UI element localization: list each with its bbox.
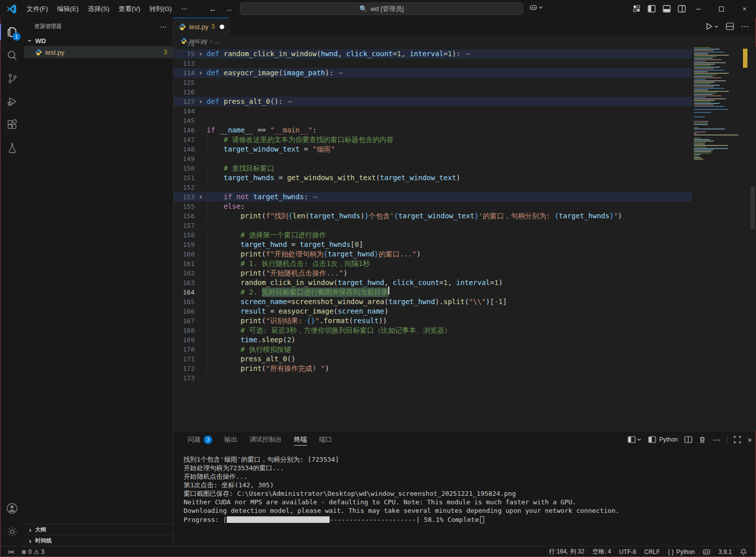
scrollbar-thumb[interactable]	[750, 186, 755, 229]
copilot-menu[interactable]	[529, 4, 543, 12]
menu-item-0[interactable]: 文件(F)	[22, 3, 53, 16]
settings-gear-icon[interactable]	[0, 520, 24, 543]
code-lines[interactable]: 7475›def random_click_in_window(hwnd, cl…	[174, 39, 692, 431]
close-button[interactable]: ×	[733, 0, 756, 18]
editor-scrollbar[interactable]	[749, 47, 756, 431]
minimize-button[interactable]: ─	[687, 0, 710, 18]
code-line[interactable]: 173	[174, 373, 692, 383]
back-arrow-icon[interactable]: ←	[205, 4, 221, 15]
maximize-panel-icon[interactable]	[734, 436, 741, 443]
code-line[interactable]: 113	[174, 59, 692, 68]
testing-icon[interactable]	[0, 136, 24, 159]
code-line[interactable]: 145	[174, 116, 692, 125]
run-python-button[interactable]	[705, 22, 719, 31]
command-center-search[interactable]: 🔍 wd [管理员]	[240, 3, 523, 15]
notifications-bell-icon[interactable]	[736, 548, 751, 555]
split-editor-icon[interactable]	[726, 23, 734, 30]
code-line[interactable]: 126	[174, 87, 692, 97]
code-line[interactable]: 148target_window_text = "烟雨"	[174, 145, 692, 154]
toggle-sidebar-icon[interactable]	[648, 5, 656, 13]
new-terminal-dropdown[interactable]	[628, 436, 642, 443]
editor[interactable]: 7475›def random_click_in_window(hwnd, cl…	[174, 47, 756, 431]
run-debug-icon[interactable]	[0, 90, 24, 113]
code-line[interactable]: 159target_hwnd = target_hwnds[0]	[174, 240, 692, 249]
panel-tab-3[interactable]: 终端	[289, 431, 312, 448]
code-line[interactable]: 169time.sleep(2)	[174, 335, 692, 345]
panel-tab-0[interactable]: 问题3	[183, 431, 217, 448]
remote-indicator-icon[interactable]: ><	[5, 548, 16, 555]
panel-more-actions-icon[interactable]: ⋯	[712, 435, 720, 445]
code-line[interactable]: 170# 执行模拟按键	[174, 345, 692, 354]
menu-item-5[interactable]: ⋯	[176, 3, 192, 15]
split-terminal-icon[interactable]	[684, 436, 692, 443]
code-line[interactable]: 150# 查找目标窗口	[174, 164, 692, 173]
modified-dot-icon[interactable]	[220, 25, 224, 29]
code-line[interactable]: 144	[174, 106, 692, 116]
tab-test-py[interactable]: test.py 3	[174, 18, 230, 35]
toggle-secondary-sidebar-icon[interactable]	[678, 5, 686, 13]
fold-chevron-icon[interactable]: ›	[195, 68, 207, 78]
fold-chevron-icon[interactable]: ›	[195, 192, 207, 202]
code-line[interactable]: 155else:	[174, 202, 692, 211]
problems-status[interactable]: ⊗ 0 ⚠ 3	[18, 548, 47, 555]
code-line[interactable]: 166result = easyocr_image(screen_name)	[174, 307, 692, 316]
terminal-tab-python[interactable]: Python	[648, 436, 678, 443]
maximize-button[interactable]	[710, 0, 733, 18]
explorer-more-icon[interactable]: ⋯	[160, 23, 167, 31]
fold-chevron-icon[interactable]: ›	[195, 49, 207, 59]
close-panel-icon[interactable]: ×	[747, 436, 752, 444]
editor-more-actions-icon[interactable]: ⋯	[741, 22, 749, 31]
source-control-icon[interactable]	[0, 67, 24, 90]
code-line[interactable]: 75›def random_click_in_window(hwnd, clic…	[174, 49, 692, 59]
kill-terminal-icon[interactable]	[699, 436, 706, 444]
menu-item-1[interactable]: 编辑(E)	[53, 3, 83, 16]
extensions-icon[interactable]	[0, 113, 24, 136]
forward-arrow-icon[interactable]: →	[221, 4, 237, 15]
python-version[interactable]: 3.9.1	[714, 548, 736, 555]
eol-sequence[interactable]: CRLF	[640, 548, 664, 555]
customize-layout-icon[interactable]	[633, 5, 641, 13]
code-line[interactable]: 125	[174, 78, 692, 87]
code-line[interactable]: 146if __name__ == "__main__":	[174, 125, 692, 135]
code-line[interactable]: 162print("开始随机点击操作...")	[174, 268, 692, 278]
code-line[interactable]: 164# 2. 先对目标窗口进行截图并保存到当前目录	[174, 288, 692, 297]
code-line[interactable]: 153›if not target_hwnds: ⋯	[174, 192, 692, 202]
panel-tab-2[interactable]: 调试控制台	[244, 431, 287, 448]
code-line[interactable]: 160print(f"开始处理句柄为{target_hwnd}的窗口...")	[174, 249, 692, 259]
encoding[interactable]: UTF-8	[615, 548, 640, 555]
code-line[interactable]: 157	[174, 221, 692, 230]
toggle-panel-icon[interactable]	[663, 5, 671, 13]
language-mode[interactable]: { }Python	[664, 548, 699, 555]
code-line[interactable]: 114›def easyocr_image(image_path): ⋯	[174, 68, 692, 78]
code-line[interactable]: 161# 1. 执行随机点击: 点击1次，间隔1秒	[174, 259, 692, 268]
code-line[interactable]: 158# 选择第一个窗口进行操作	[174, 230, 692, 240]
terminal-output[interactable]: 找到1个包含'烟雨'的窗口，句柄分别为: [723534]开始处理句柄为7235…	[174, 448, 756, 546]
code-line[interactable]: 147# 请修改这里的文本为你要查找的窗口标题包含的内容	[174, 135, 692, 145]
indentation[interactable]: 空格: 4	[588, 547, 615, 556]
menu-item-4[interactable]: 转到(G)	[145, 3, 177, 16]
code-line[interactable]: 152	[174, 183, 692, 192]
sidebar-section-timeline[interactable]: › 时间线	[24, 535, 173, 546]
code-line[interactable]: 74	[174, 40, 692, 49]
code-line[interactable]: 167print("识别结果: {}".format(result))	[174, 316, 692, 326]
code-line[interactable]: 165screen_name=screenshot_window_area(ta…	[174, 297, 692, 307]
menu-item-2[interactable]: 选择(S)	[83, 3, 114, 16]
code-line[interactable]: 172print("所有操作完成! ")	[174, 364, 692, 373]
cursor-position[interactable]: 行 164, 列 32	[545, 547, 588, 556]
minimap[interactable]	[692, 47, 749, 431]
code-line[interactable]: 163random_click_in_window(target_hwnd, c…	[174, 278, 692, 288]
folder-root-wd[interactable]: › WD	[24, 35, 173, 46]
code-line[interactable]: 156print(f"找到{len(target_hwnds)}个包含'{tar…	[174, 211, 692, 221]
menu-item-3[interactable]: 查看(V)	[114, 3, 144, 16]
code-line[interactable]: 149	[174, 154, 692, 164]
accounts-icon[interactable]	[0, 497, 24, 520]
sidebar-section-outline[interactable]: › 大纲	[24, 524, 173, 535]
code-line[interactable]: 171press_alt_0()	[174, 354, 692, 364]
code-line[interactable]: 168# 可选: 延迟3秒，方便你切换到目标窗口（比如记事本、浏览器）	[174, 326, 692, 335]
code-line[interactable]: 127›def press_alt_0(): ⋯	[174, 97, 692, 106]
explorer-icon[interactable]: 1	[0, 21, 24, 44]
panel-tab-4[interactable]: 端口	[314, 431, 337, 448]
file-item-test-py[interactable]: test.py3	[24, 46, 173, 58]
copilot-status-icon[interactable]	[699, 548, 714, 555]
code-line[interactable]: 151target_hwnds = get_windows_with_text(…	[174, 173, 692, 183]
